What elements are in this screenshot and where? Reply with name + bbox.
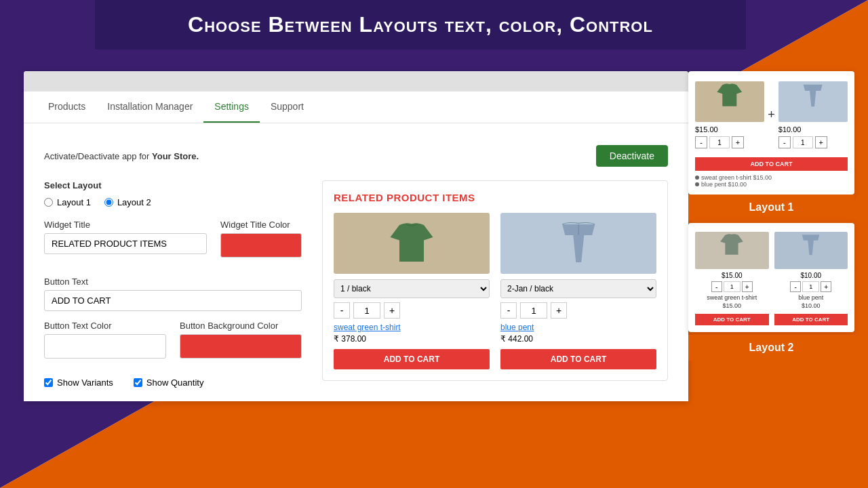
layout1-radio-item[interactable]: Layout 1 (44, 197, 91, 207)
button-text-input[interactable] (44, 290, 302, 311)
l1-qty-decrease-2[interactable]: - (778, 136, 791, 148)
product-1-qty-decrease[interactable]: - (334, 302, 350, 319)
activate-section: Activate/Deactivate app for Your Store. … (44, 137, 668, 180)
product-1-qty-input[interactable] (353, 302, 380, 319)
show-quantity-label: Show Quantity (146, 378, 204, 388)
layout1-radio[interactable] (44, 198, 53, 207)
app-window: Products Installation Manager Settings S… (24, 71, 688, 401)
l1-price-2: $10.00 (778, 125, 848, 134)
button-text-color-swatch[interactable] (44, 334, 166, 359)
l2-products: $15.00 - + sweat green t-shirt $15.00 AD… (695, 230, 848, 325)
widget-title-color-label: Widget Title Color (220, 220, 302, 230)
layout2-label: Layout 2 (688, 335, 854, 361)
app-content: Activate/Deactivate app for Your Store. … (24, 123, 688, 401)
nav-products[interactable]: Products (37, 92, 96, 123)
l1-qty-row-2: - + (778, 136, 848, 148)
l1-add-to-cart-btn[interactable]: ADD TO CART (695, 157, 848, 171)
l1-qty-row-1: - + (695, 136, 764, 148)
l1-plus-icon: + (768, 108, 775, 122)
button-text-color-label: Button Text Color (44, 321, 166, 331)
widget-title-row: Widget Title Widget Title Color (44, 220, 302, 267)
l2-product-2: $10.00 - + blue pent $10.00 ADD TO CART (774, 230, 848, 325)
product-2-add-to-cart[interactable]: ADD TO CART (500, 349, 656, 369)
widget-title-color-group: Widget Title Color (220, 220, 302, 258)
button-bg-color-swatch[interactable] (180, 334, 302, 359)
deactivate-button[interactable]: Deactivate (596, 145, 668, 167)
l1-qty-increase-1[interactable]: + (732, 136, 744, 148)
product-1-image (334, 213, 490, 274)
l2-add-btn-2[interactable]: ADD TO CART (774, 314, 848, 325)
show-quantity-item[interactable]: Show Quantity (134, 378, 204, 388)
l2-add-btn-1[interactable]: ADD TO CART (695, 314, 769, 325)
l2-qty-input-2[interactable] (802, 281, 819, 292)
l1-item-2: blue pent $10.00 (695, 181, 848, 188)
l2-qty-decrease-2[interactable]: - (790, 281, 801, 292)
l2-qty-input-1[interactable] (724, 281, 741, 292)
l2-price2-1: $15.00 (695, 302, 769, 309)
l1-dot-2 (695, 182, 699, 186)
show-variants-label: Show Variants (57, 378, 113, 388)
settings-left: Select Layout Layout 1 Layout 2 Widget T… (44, 180, 302, 388)
button-bg-color-group: Button Background Color (180, 321, 302, 359)
product-1-qty-increase[interactable]: + (384, 302, 400, 319)
l2-jeans-img (774, 232, 848, 269)
l1-qty-input-2[interactable] (793, 136, 813, 148)
l2-qty-row-2: - + (774, 281, 848, 292)
l2-qty-decrease-1[interactable]: - (711, 281, 722, 292)
l2-qty-increase-1[interactable]: + (742, 281, 753, 292)
l1-qty-input-1[interactable] (709, 136, 730, 148)
l1-product-1: $15.00 - + (695, 78, 764, 151)
product-2-qty-input[interactable] (520, 302, 547, 319)
product-1-name: sweat green t-shirt (334, 323, 490, 332)
l2-name-1: sweat green t-shirt (695, 294, 769, 301)
product-card-2: 2-Jan / black - + blue pent ₹ 442.00 ADD… (500, 213, 656, 369)
product-1-variant-select[interactable]: 1 / black (334, 279, 490, 298)
product-card-1: 1 / black - + sweat green t-shirt ₹ 378.… (334, 213, 490, 369)
l2-product-1: $15.00 - + sweat green t-shirt $15.00 AD… (695, 230, 769, 325)
show-variants-checkbox[interactable] (44, 378, 53, 387)
product-2-qty-increase[interactable]: + (551, 302, 567, 319)
nav-settings[interactable]: Settings (203, 92, 260, 123)
product-2-qty-decrease[interactable]: - (500, 302, 517, 319)
app-nav: Products Installation Manager Settings S… (24, 92, 688, 123)
widget-title-input[interactable] (44, 233, 207, 254)
header-banner: Choose Between Layouts text, color, Cont… (95, 0, 746, 49)
l1-items-list: sweat green t-shirt $15.00 blue pent $10… (695, 174, 848, 188)
nav-installation[interactable]: Installation Manager (96, 92, 203, 123)
button-text-label: Button Text (44, 277, 302, 287)
checkbox-row: Show Variants Show Quantity (44, 378, 302, 388)
l1-product-2: $10.00 - + (778, 78, 848, 151)
layout1-radio-label: Layout 1 (57, 197, 91, 207)
l1-tshirt-img (695, 81, 764, 122)
app-toolbar (24, 71, 688, 92)
l1-qty-increase-2[interactable]: + (815, 136, 827, 148)
product-widget: RELATED PRODUCT ITEMS 1 / blac (322, 180, 668, 381)
layout2-preview-card: $15.00 - + sweat green t-shirt $15.00 AD… (688, 223, 854, 332)
l1-qty-decrease-1[interactable]: - (695, 136, 707, 148)
layout2-radio[interactable] (104, 198, 113, 207)
l1-dot-1 (695, 176, 699, 180)
l1-products: $15.00 - + + $10.00 - + (695, 78, 848, 151)
product-1-add-to-cart[interactable]: ADD TO CART (334, 349, 490, 369)
button-colors-row: Button Text Color Button Background Colo… (44, 321, 302, 368)
product-2-price: ₹ 442.00 (500, 334, 656, 344)
l2-qty-increase-2[interactable]: + (821, 281, 831, 292)
product-2-image (500, 213, 656, 274)
show-variants-item[interactable]: Show Variants (44, 378, 113, 388)
button-bg-color-label: Button Background Color (180, 321, 302, 331)
nav-support[interactable]: Support (260, 92, 315, 123)
l1-item-1: sweat green t-shirt $15.00 (695, 174, 848, 181)
layout2-radio-item[interactable]: Layout 2 (104, 197, 151, 207)
widget-title-label: Widget Title (44, 220, 207, 230)
product-2-name: blue pent (500, 323, 656, 332)
show-quantity-checkbox[interactable] (134, 378, 142, 387)
product-2-variant-select[interactable]: 2-Jan / black (500, 279, 656, 298)
widget-preview-title: RELATED PRODUCT ITEMS (334, 192, 656, 203)
widget-title-color-swatch[interactable] (220, 233, 302, 258)
widget-preview: RELATED PRODUCT ITEMS 1 / blac (322, 180, 668, 388)
layout2-radio-label: Layout 2 (117, 197, 151, 207)
l2-tshirt-img (695, 232, 769, 269)
layout1-label: Layout 1 (688, 195, 854, 220)
products-row: 1 / black - + sweat green t-shirt ₹ 378.… (334, 213, 656, 369)
button-text-color-group: Button Text Color (44, 321, 166, 359)
